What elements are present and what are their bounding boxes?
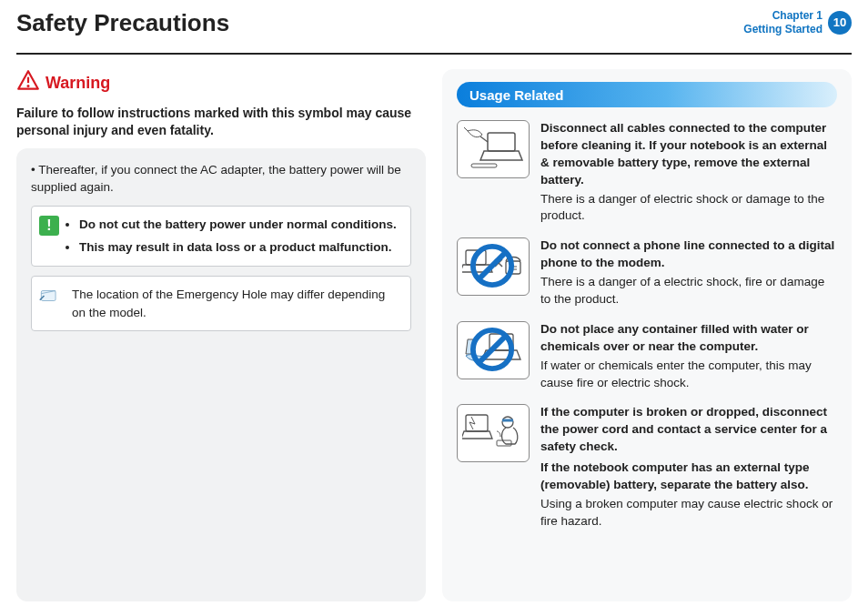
svg-line-6 (479, 253, 505, 279)
warning-lead-text: Failure to follow instructions marked wi… (16, 105, 426, 139)
right-panel: Usage Related Discon (442, 69, 852, 601)
clean-laptop-icon (457, 120, 530, 178)
warning-heading: Warning (16, 69, 426, 97)
ac-adapter-note: Thereafter, if you connect the AC adapte… (31, 161, 411, 197)
usage-item-text: Disconnect all cables connected to the c… (540, 120, 837, 225)
usage-item-text: If the computer is broken or dropped, di… (540, 404, 837, 530)
chapter-subtitle: Getting Started (743, 23, 823, 36)
broken-laptop-service-icon (457, 404, 530, 462)
alert-callout: ! Do not cut the battery power under nor… (31, 206, 411, 267)
usage-item-body: There is a danger of a electric shock, f… (540, 275, 824, 306)
usage-item-body: There is a danger of electric shock or d… (540, 192, 824, 223)
svg-rect-3 (488, 133, 515, 151)
chapter-info: Chapter 1 Getting Started 10 (743, 9, 852, 36)
page: Safety Precautions Chapter 1 Getting Sta… (0, 0, 868, 616)
content-columns: Warning Failure to follow instructions m… (16, 69, 852, 601)
svg-point-17 (502, 417, 513, 428)
usage-item: Do not connect a phone line connected to… (457, 237, 837, 308)
page-number-badge: 10 (828, 11, 852, 35)
usage-item: Disconnect all cables connected to the c… (457, 120, 837, 225)
usage-item-text: Do not place any container filled with w… (540, 321, 837, 392)
usage-item-bold: Do not place any container filled with w… (540, 321, 837, 356)
usage-related-heading: Usage Related (457, 82, 837, 107)
svg-rect-16 (466, 415, 488, 431)
svg-rect-4 (471, 164, 497, 167)
chapter-label: Chapter 1 (743, 9, 823, 23)
prohibit-icon (461, 242, 476, 257)
note-text: The location of the Emergency Hole may d… (72, 288, 385, 319)
usage-item-bold2: If the notebook computer has an external… (540, 459, 837, 494)
liquid-spill-icon (457, 321, 530, 379)
alert-line-2: This may result in data loss or a produc… (79, 238, 399, 257)
warning-triangle-icon (16, 69, 40, 97)
phone-modem-icon (457, 237, 530, 296)
usage-item-bold: Do not connect a phone line connected to… (540, 237, 837, 272)
svg-line-14 (479, 336, 505, 362)
note-callout: The location of the Emergency Hole may d… (31, 276, 411, 331)
header-divider (16, 53, 852, 55)
left-panel: Thereafter, if you connect the AC adapte… (16, 148, 426, 601)
page-title: Safety Precautions (16, 9, 229, 37)
usage-item: Do not place any container filled with w… (457, 321, 837, 392)
left-column: Warning Failure to follow instructions m… (16, 69, 426, 601)
usage-item: If the computer is broken or dropped, di… (457, 404, 837, 530)
svg-point-1 (26, 85, 29, 87)
usage-item-bold: Disconnect all cables connected to the c… (540, 120, 837, 189)
note-icon (39, 286, 59, 306)
right-column: Usage Related Discon (442, 69, 852, 601)
usage-item-body: If water or chemicals enter the computer… (540, 358, 812, 389)
page-header: Safety Precautions Chapter 1 Getting Sta… (16, 9, 852, 51)
prohibit-icon (461, 326, 476, 340)
usage-item-bold: If the computer is broken or dropped, di… (540, 404, 837, 456)
usage-item-text: Do not connect a phone line connected to… (540, 237, 837, 308)
warning-label: Warning (45, 74, 110, 93)
usage-item-body: Using a broken computer may cause electr… (540, 497, 833, 528)
alert-line-1: Do not cut the battery power under norma… (79, 216, 399, 234)
alert-icon: ! (39, 216, 59, 236)
